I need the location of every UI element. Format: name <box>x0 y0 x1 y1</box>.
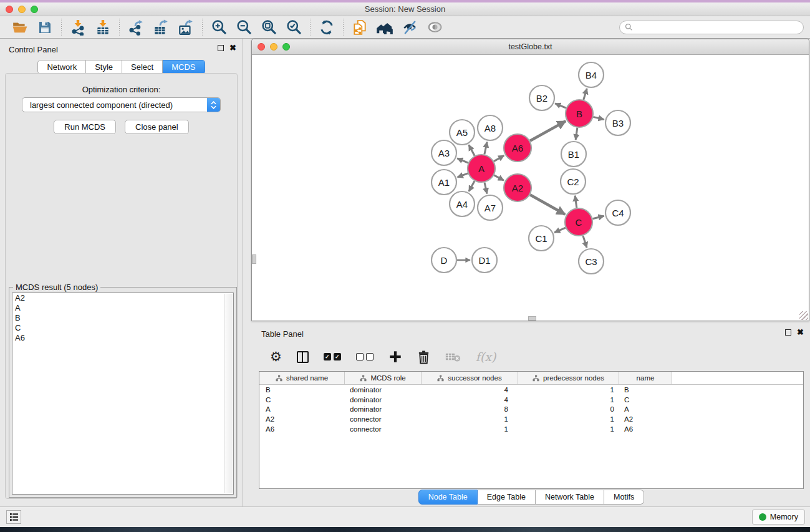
node-C3[interactable]: C3 <box>579 249 604 274</box>
node-B4[interactable]: B4 <box>579 62 604 87</box>
export-table-button[interactable] <box>148 17 173 37</box>
close-panel-button[interactable]: Close panel <box>125 120 189 134</box>
table-cell[interactable]: dominator <box>345 386 422 394</box>
edge-B-B4[interactable] <box>584 89 587 100</box>
table-cell[interactable]: 8 <box>422 405 518 413</box>
import-table-button[interactable] <box>90 17 115 37</box>
edge-A-A6[interactable] <box>494 155 504 161</box>
node-A1[interactable]: A1 <box>432 170 456 195</box>
column-header-successor-nodes[interactable]: successor nodes <box>422 372 518 384</box>
tab-network-table[interactable]: Network Table <box>536 490 604 505</box>
node-A[interactable]: A <box>468 155 495 182</box>
deselect-all-icon[interactable] <box>356 353 374 360</box>
node-D1[interactable]: D1 <box>472 248 497 273</box>
edge-A2-C[interactable] <box>530 195 565 215</box>
tab-node-table[interactable]: Node Table <box>418 490 478 505</box>
edge-C-C3[interactable] <box>583 236 587 248</box>
search-field[interactable] <box>619 21 804 34</box>
result-item[interactable]: A <box>12 303 233 313</box>
table-row[interactable]: Cdominator41C <box>259 395 803 405</box>
edge-A-A3[interactable] <box>457 158 468 163</box>
table-cell[interactable]: connector <box>345 415 422 423</box>
edge-B-B2[interactable] <box>555 104 566 108</box>
table-cell[interactable]: B <box>259 386 345 394</box>
table-cell[interactable]: A2 <box>619 415 672 423</box>
edge-C-C2[interactable] <box>575 196 577 208</box>
edge-A-A2[interactable] <box>494 175 504 180</box>
float-table-panel-icon[interactable] <box>785 329 791 336</box>
birds-eye-view-button[interactable] <box>422 17 447 37</box>
table-row[interactable]: A6connector11A6 <box>259 424 803 434</box>
tab-network[interactable]: Network <box>37 60 86 74</box>
tab-select[interactable]: Select <box>122 60 163 74</box>
node-A8[interactable]: A8 <box>478 115 503 140</box>
add-column-plus-icon[interactable] <box>388 350 402 364</box>
network-view-window[interactable]: testGlobe.txt AA1A2A3A4A5A6A7A8BB1B2B3B4… <box>251 39 809 321</box>
table-cell[interactable]: 1 <box>518 425 619 433</box>
run-mcds-button[interactable]: Run MCDS <box>54 120 116 134</box>
zoom-selected-button[interactable] <box>281 17 306 37</box>
close-panel-icon[interactable]: ✖ <box>229 45 236 51</box>
network-canvas[interactable]: AA1A2A3A4A5A6A7A8BB1B2B3B4CC1C2C3C4DD1 <box>252 55 809 321</box>
window-resize-grip[interactable] <box>799 311 808 320</box>
edge-C-C4[interactable] <box>592 216 604 218</box>
result-item[interactable]: A2 <box>12 293 233 303</box>
table-cell[interactable]: dominator <box>345 405 422 413</box>
network-hscroll-thumb[interactable] <box>528 316 536 321</box>
export-network-button[interactable] <box>123 17 148 37</box>
edge-A-A1[interactable] <box>458 173 468 177</box>
float-panel-icon[interactable] <box>218 45 224 51</box>
copy-network-button[interactable] <box>347 17 372 37</box>
tab-style[interactable]: Style <box>86 60 122 74</box>
result-item[interactable]: B <box>12 313 233 323</box>
table-cell[interactable]: C <box>619 396 672 404</box>
table-row[interactable]: A2connector11A2 <box>259 414 803 424</box>
node-B1[interactable]: B1 <box>561 142 586 167</box>
memory-button[interactable]: Memory <box>752 510 805 525</box>
table-cell[interactable]: dominator <box>345 396 422 404</box>
node-C[interactable]: C <box>565 208 592 236</box>
node-A4[interactable]: A4 <box>450 191 475 216</box>
node-C1[interactable]: C1 <box>529 226 554 251</box>
table-cell[interactable]: A6 <box>619 425 672 433</box>
node-A3[interactable]: A3 <box>432 140 456 165</box>
zoom-out-button[interactable] <box>231 17 256 37</box>
edge-A6-B[interactable] <box>530 121 566 141</box>
node-C4[interactable]: C4 <box>605 200 630 225</box>
node-B[interactable]: B <box>566 100 593 127</box>
search-input[interactable] <box>636 23 798 32</box>
import-network-button[interactable] <box>65 17 90 37</box>
home-button[interactable] <box>372 17 397 37</box>
zoom-fit-button[interactable] <box>256 17 281 37</box>
table-cell[interactable]: A6 <box>259 425 345 433</box>
close-table-panel-icon[interactable]: ✖ <box>797 329 804 336</box>
export-image-button[interactable] <box>173 17 198 37</box>
table-cell[interactable]: 1 <box>518 396 619 404</box>
criterion-dropdown[interactable]: largest connected component (directed) <box>22 97 221 112</box>
edge-C-C1[interactable] <box>554 228 566 233</box>
column-header-name[interactable]: name <box>619 372 672 384</box>
table-cell[interactable]: 0 <box>518 405 619 413</box>
network-vscroll-thumb[interactable] <box>252 254 256 264</box>
edge-A-A8[interactable] <box>485 142 487 154</box>
task-history-button[interactable] <box>6 510 21 524</box>
edge-A-A7[interactable] <box>485 182 487 193</box>
delete-column-trash-icon[interactable] <box>417 350 430 364</box>
table-cell[interactable]: 1 <box>422 415 518 423</box>
table-cell[interactable]: connector <box>345 425 422 433</box>
select-all-icon[interactable]: ✓ ✓ <box>324 353 341 360</box>
node-C2[interactable]: C2 <box>561 169 586 194</box>
result-item[interactable]: A6 <box>12 333 233 343</box>
node-A5[interactable]: A5 <box>450 120 475 145</box>
table-options-gear-icon[interactable]: ⚙ <box>270 351 282 363</box>
table-cell[interactable]: B <box>619 386 672 394</box>
column-header-shared-name[interactable]: shared name <box>259 372 345 384</box>
result-scrollbar[interactable] <box>224 294 233 493</box>
table-cell[interactable]: 1 <box>518 386 619 394</box>
show-column-icon[interactable] <box>297 351 309 363</box>
zoom-in-button[interactable] <box>206 17 231 37</box>
save-session-button[interactable] <box>32 17 57 37</box>
edge-A-A5[interactable] <box>469 145 475 155</box>
table-cell[interactable]: 1 <box>518 415 619 423</box>
node-A7[interactable]: A7 <box>478 195 503 220</box>
